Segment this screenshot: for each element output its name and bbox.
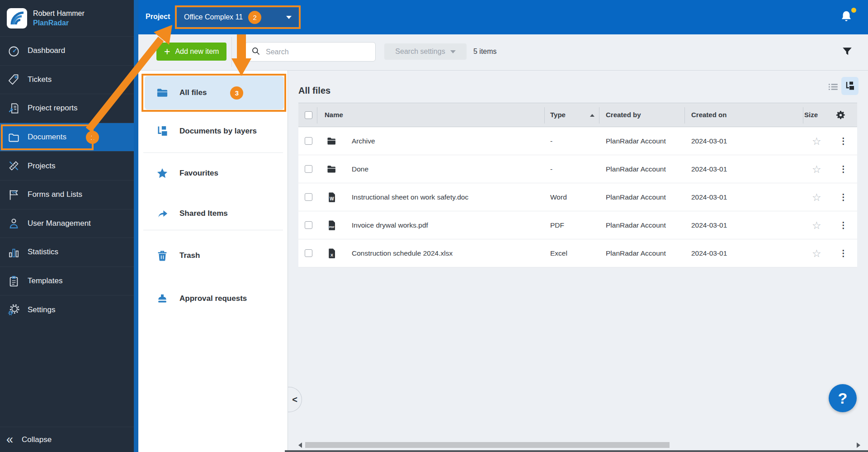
subnav-item-label: Trash [179,251,200,260]
scroll-right-arrow[interactable] [857,442,860,448]
file-created-on: 2024-03-01 [691,183,727,211]
sidebar-item-forms-and-lists[interactable]: Forms and Lists [0,180,134,209]
tree-view-toggle-button[interactable] [841,77,859,95]
sidebar-item-statistics[interactable]: Statistics [0,238,134,266]
sidebar-item-projects[interactable]: Projects [0,151,134,180]
step-badge-2: 2 [248,11,261,24]
sidebar-item-templates[interactable]: Templates [0,266,134,295]
subnav-item-label: Favourites [179,169,218,178]
chevron-down-icon [286,16,292,19]
file-name: Done [352,155,368,183]
help-button[interactable]: ? [829,384,857,412]
favourite-star-icon[interactable]: ☆ [812,211,821,239]
pdf-file-icon: PDF [326,220,337,231]
sidebar-item-label: Documents [28,133,66,142]
select-all-checkbox[interactable] [305,111,312,119]
table-row-done[interactable]: Done - PlanRadar Account 2024-03-01 ☆ ⋮ [298,155,857,183]
sidebar-item-label: User Management [28,219,91,228]
sidebar-item-settings[interactable]: Settings [0,295,134,324]
project-selector-dropdown[interactable]: Office Complex 11 2 [177,8,298,27]
file-type: - [550,155,552,183]
row-menu-kebab-icon[interactable]: ⋮ [839,127,848,155]
column-header-created-on[interactable]: Created on [691,103,726,127]
file-created-on: 2024-03-01 [691,239,727,267]
subnav-item-documents-by-layers[interactable]: Documents by layers [138,119,288,144]
favourite-star-icon[interactable]: ☆ [812,155,821,183]
user-name: Robert Hammer [33,9,85,18]
row-checkbox[interactable] [305,193,312,201]
sidebar-item-user-management[interactable]: User Management [0,209,134,238]
sidebar-collapse-button[interactable]: « Collapse [0,427,134,452]
sidebar-item-project-reports[interactable]: Project reports [0,94,134,123]
column-settings-gear-icon[interactable] [835,110,846,120]
tree-view-icon [844,81,855,91]
folder-icon [326,136,337,147]
column-header-name[interactable]: Name [325,103,343,127]
project-label: Project [146,13,170,21]
table-row-archive[interactable]: Archive - PlanRadar Account 2024-03-01 ☆… [298,127,857,155]
favourite-star-icon[interactable]: ☆ [812,127,821,155]
subnav-item-trash[interactable]: Trash [138,243,288,268]
file-created-by: PlanRadar Account [606,127,666,155]
folder-icon [326,164,337,175]
templates-icon [8,275,20,287]
filter-funnel-icon[interactable] [841,46,853,57]
table-row-pdf[interactable]: PDF Invoice drywal works.pdf PDF PlanRad… [298,211,857,239]
sidebar-item-label: Statistics [28,247,58,257]
list-view-toggle-icon[interactable] [827,81,839,93]
row-menu-kebab-icon[interactable]: ⋮ [839,183,848,211]
forms-and-lists-icon [8,189,20,201]
scrollbar-thumb[interactable] [305,442,670,448]
shared-items-icon [156,207,169,220]
collapse-chevrons-icon: « [6,433,13,446]
window-bottom-edge [285,450,868,452]
favourite-star-icon[interactable]: ☆ [812,239,821,267]
sidebar-item-tickets[interactable]: Tickets [0,65,134,94]
subnav-item-all-files[interactable]: All files 3 [138,80,288,105]
collapse-panel-handle[interactable]: < [288,387,302,412]
file-created-by: PlanRadar Account [606,239,666,267]
approval-requests-icon [156,292,169,305]
sidebar-item-documents[interactable]: Documents 1 [0,123,134,152]
user-management-icon [8,217,20,229]
sidebar-nav: Dashboard Tickets Project reports Docume… [0,36,134,324]
step-badge-3: 3 [230,86,243,100]
table-row-word-doc[interactable]: W Instructional sheet on work safety.doc… [298,183,857,211]
account-profile[interactable]: Robert Hammer PlanRadar [0,0,134,36]
row-menu-kebab-icon[interactable]: ⋮ [839,211,848,239]
file-created-on: 2024-03-01 [691,155,727,183]
row-menu-kebab-icon[interactable]: ⋮ [839,239,848,267]
table-row-excel[interactable]: X Construction schedule 2024.xlsx Excel … [298,239,857,267]
notifications-bell-icon[interactable] [840,10,853,24]
files-table-header: Name Type Created by Created on Size [298,103,857,127]
search-settings-button[interactable]: Search settings [384,43,467,60]
search-input[interactable] [265,48,369,57]
favourite-star-icon[interactable]: ☆ [812,183,821,211]
sidebar-item-label: Projects [28,162,55,171]
row-checkbox[interactable] [305,165,312,173]
step-badge-1: 1 [86,131,99,144]
sidebar-item-dashboard[interactable]: Dashboard [0,36,134,65]
subnav-item-label: Approval requests [179,294,247,303]
column-header-type[interactable]: Type [550,103,566,127]
excel-file-icon: X [326,248,337,259]
column-header-size[interactable]: Size [804,103,818,127]
scroll-left-arrow[interactable] [298,442,302,448]
sort-asc-icon [590,114,594,117]
column-header-created-by[interactable]: Created by [606,103,641,127]
file-name: Construction schedule 2024.xlsx [352,239,453,267]
file-created-on: 2024-03-01 [691,127,727,155]
sidebar-item-label: Tickets [28,75,52,84]
subnav-item-favourites[interactable]: Favourites [138,161,288,186]
row-checkbox[interactable] [305,249,312,257]
add-new-item-button[interactable]: + Add new item [156,43,226,61]
row-checkbox[interactable] [305,221,312,229]
row-menu-kebab-icon[interactable]: ⋮ [839,155,848,183]
search-box [245,42,376,62]
documents-by-layers-icon [156,125,169,138]
svg-text:PDF: PDF [329,226,335,228]
row-checkbox[interactable] [305,137,312,145]
projects-icon [8,160,20,172]
subnav-item-approval-requests[interactable]: Approval requests [138,286,288,311]
subnav-item-shared-items[interactable]: Shared Items [138,201,288,226]
